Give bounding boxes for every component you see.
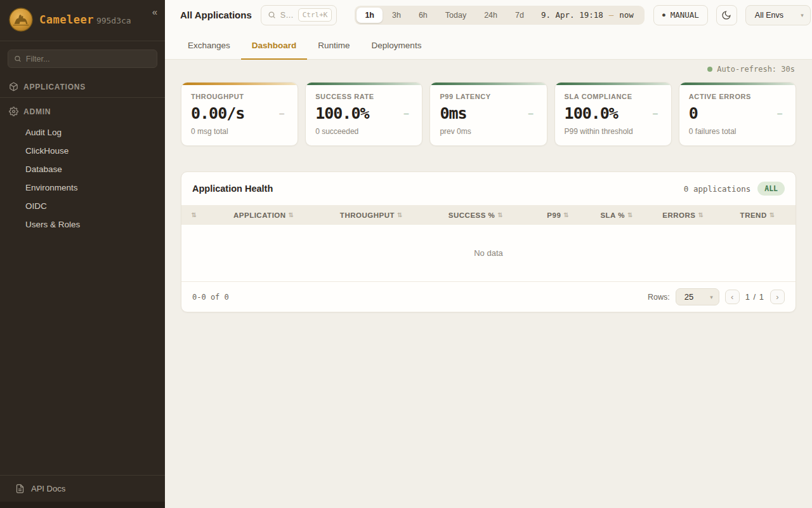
- divider: [0, 97, 165, 98]
- manual-label: MANUAL: [671, 10, 699, 20]
- sidebar: Cameleer995d3ca « APPLICATIONS ADMIN Aud…: [0, 0, 165, 508]
- column-header-errors[interactable]: ERRORS⇅: [646, 211, 719, 219]
- metric-subtext: prev 0ms: [440, 127, 537, 136]
- column-header-select[interactable]: ⇅: [181, 211, 207, 218]
- date-to: now: [619, 10, 634, 20]
- section-label: ADMIN: [23, 107, 51, 116]
- metric-card-throughput: THROUGHPUT 0.00/s – 0 msg total: [181, 82, 298, 146]
- brand-name: Cameleer: [39, 13, 94, 26]
- cameleer-logo-icon: [9, 8, 33, 32]
- tab-runtime[interactable]: Runtime: [307, 32, 360, 60]
- search-icon: [268, 11, 276, 19]
- sidebar-item-oidc[interactable]: OIDC: [0, 197, 165, 215]
- column-header-sla[interactable]: SLA %⇅: [587, 211, 647, 219]
- sort-icon: ⇅: [192, 211, 197, 218]
- document-icon: [15, 484, 25, 493]
- sort-icon: ⇅: [563, 211, 569, 218]
- tab-exchanges[interactable]: Exchanges: [177, 32, 241, 60]
- time-range-group: 1h 3h 6h Today 24h 7d 9. Apr. 19:18 — no…: [355, 6, 644, 25]
- status-badge-all[interactable]: ALL: [757, 182, 785, 196]
- sidebar-item-users-roles[interactable]: Users & Roles: [0, 215, 165, 234]
- sidebar-section-admin[interactable]: ADMIN: [0, 101, 165, 122]
- auto-refresh-status: Auto-refresh: 30s: [181, 60, 796, 74]
- sparkline-placeholder: –: [777, 109, 782, 118]
- metric-value: 0.00/s: [191, 104, 244, 123]
- column-header-success[interactable]: SUCCESS %⇅: [422, 211, 530, 219]
- gear-icon: [9, 107, 18, 116]
- env-select-dropdown[interactable]: All Envs ▾: [745, 5, 811, 25]
- metric-label: THROUGHPUT: [191, 93, 288, 100]
- global-search[interactable]: S… Ctrl+K: [261, 5, 337, 25]
- column-label: ERRORS: [662, 211, 695, 219]
- date-range[interactable]: 9. Apr. 19:18 — now: [534, 10, 643, 20]
- time-range-7d[interactable]: 7d: [507, 8, 532, 23]
- column-header-trend[interactable]: TREND⇅: [719, 211, 796, 219]
- prev-page-button[interactable]: ‹: [725, 290, 740, 304]
- tab-deployments[interactable]: Deployments: [361, 32, 433, 60]
- sidebar-spacer: [0, 239, 165, 475]
- sort-icon: ⇅: [698, 211, 704, 218]
- metric-subtext: 0 succeeded: [315, 127, 412, 136]
- rows-per-page-select[interactable]: 25 ▾: [676, 288, 719, 305]
- sparkline-placeholder: –: [404, 109, 409, 118]
- refresh-dot-icon: [707, 67, 712, 72]
- sidebar-collapse-icon[interactable]: «: [152, 6, 157, 17]
- application-health-panel: Application Health 0 applications ALL ⇅ …: [181, 171, 796, 312]
- sparkline-placeholder: –: [653, 109, 658, 118]
- rows-per-page-label: Rows:: [648, 293, 670, 302]
- sparkline-placeholder: –: [528, 109, 534, 118]
- sidebar-item-database[interactable]: Database: [0, 160, 165, 178]
- main-area: All Applications S… Ctrl+K 1h 3h 6h Toda…: [165, 0, 812, 508]
- sort-icon: ⇅: [397, 211, 403, 218]
- column-label: SUCCESS %: [449, 211, 495, 219]
- section-label: APPLICATIONS: [23, 83, 86, 91]
- moon-icon: [721, 10, 731, 20]
- admin-nav-items: Audit Log ClickHouse Database Environmen…: [0, 122, 165, 239]
- metric-value: 0ms: [440, 104, 466, 123]
- divider: [0, 41, 165, 41]
- box-icon: [9, 82, 18, 91]
- time-range-today[interactable]: Today: [437, 8, 475, 23]
- next-page-button[interactable]: ›: [770, 290, 785, 304]
- time-range-6h[interactable]: 6h: [410, 8, 436, 23]
- metric-label: SUCCESS RATE: [315, 93, 412, 100]
- env-selected-value: All Envs: [755, 11, 783, 20]
- metric-value: 100.0%: [565, 104, 618, 123]
- sidebar-item-clickhouse[interactable]: ClickHouse: [0, 142, 165, 160]
- chevron-down-icon: ▾: [710, 294, 713, 300]
- column-label: P99: [547, 211, 561, 219]
- time-range-3h[interactable]: 3h: [384, 8, 409, 23]
- search-icon: [14, 55, 22, 63]
- metric-cards: THROUGHPUT 0.00/s – 0 msg total SUCCESS …: [181, 82, 796, 146]
- api-docs-label: API Docs: [31, 484, 65, 493]
- sidebar-filter: [8, 50, 157, 68]
- sort-icon: ⇅: [497, 211, 503, 218]
- theme-toggle-button[interactable]: [716, 5, 737, 25]
- manual-refresh-button[interactable]: ● MANUAL: [653, 5, 708, 25]
- search-shortcut-kbd: Ctrl+K: [298, 8, 332, 22]
- top-bar: All Applications S… Ctrl+K 1h 3h 6h Toda…: [165, 0, 812, 30]
- topbar-right-cluster: ● MANUAL All Envs ▾ adm: [653, 5, 812, 25]
- panel-title: Application Health: [192, 184, 273, 194]
- sidebar-header: Cameleer995d3ca «: [0, 0, 165, 41]
- column-header-p99[interactable]: P99⇅: [530, 211, 587, 219]
- sidebar-item-api-docs[interactable]: API Docs: [0, 475, 165, 502]
- column-header-throughput[interactable]: THROUGHPUT⇅: [321, 211, 422, 219]
- tab-dashboard[interactable]: Dashboard: [241, 32, 308, 60]
- time-range-1h[interactable]: 1h: [357, 8, 383, 23]
- metric-label: ACTIVE ERRORS: [689, 93, 786, 100]
- rows-value: 25: [684, 292, 693, 302]
- sidebar-bottom-strip: [0, 502, 165, 508]
- application-count: 0 applications: [684, 184, 750, 194]
- metric-subtext: 0 failures total: [689, 127, 786, 136]
- sidebar-item-environments[interactable]: Environments: [0, 178, 165, 197]
- sidebar-item-applications[interactable]: APPLICATIONS: [0, 76, 165, 97]
- time-range-24h[interactable]: 24h: [476, 8, 506, 23]
- sort-icon: ⇅: [769, 211, 775, 218]
- dashboard-content: Auto-refresh: 30s THROUGHPUT 0.00/s – 0 …: [165, 60, 812, 508]
- column-header-application[interactable]: APPLICATION⇅: [207, 211, 321, 219]
- panel-header: Application Health 0 applications ALL: [181, 172, 796, 205]
- filter-input[interactable]: [26, 55, 151, 64]
- tab-bar: Exchanges Dashboard Runtime Deployments: [165, 30, 812, 60]
- sidebar-item-audit-log[interactable]: Audit Log: [0, 123, 165, 142]
